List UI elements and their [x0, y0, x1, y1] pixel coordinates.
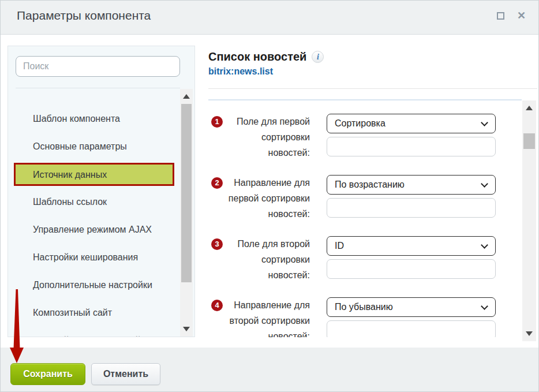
sidebar-item[interactable]: Настройки постраничной — [14, 327, 174, 337]
field-label-cell: 3Поле для второй сортировки новостей: — [208, 236, 310, 278]
sidebar-item[interactable]: Дополнительные настройки — [14, 271, 174, 299]
form-field-row: 3Поле для второй сортировки новостей:ID — [208, 236, 522, 278]
form-field-row: 2Направление для первой сортировки новос… — [208, 175, 522, 217]
field-select[interactable]: ID — [327, 236, 496, 256]
maximize-icon[interactable] — [497, 12, 504, 20]
sidebar-panel: Шаблон компонентаОсновные параметрыИсточ… — [8, 46, 195, 337]
field-label: Направление для первой сортировки новост… — [208, 175, 310, 222]
sidebar-item-active[interactable]: Источник данных — [14, 163, 174, 186]
scroll-up-icon[interactable] — [183, 94, 190, 99]
chevron-down-icon — [481, 303, 488, 310]
scroll-down-icon[interactable] — [183, 327, 190, 331]
field-number-badge: 4 — [211, 300, 223, 311]
parameters-form: 1Поле для первой сортировки новостей:Сор… — [208, 100, 522, 337]
field-number-badge: 2 — [211, 177, 223, 189]
component-title: Список новостей — [208, 50, 306, 64]
field-text-input[interactable] — [327, 198, 496, 218]
component-parameters-dialog: Параметры компонента ✕ Шаблон компонента… — [0, 0, 539, 392]
search-input[interactable] — [16, 56, 180, 77]
field-select[interactable]: По убыванию — [327, 297, 496, 317]
dialog-title: Параметры компонента — [17, 9, 151, 23]
field-controls: По убыванию — [327, 297, 496, 337]
chevron-down-icon — [481, 241, 488, 249]
field-label: Поле для первой сортировки новостей: — [208, 114, 310, 160]
dialog-header: Параметры компонента ✕ — [1, 1, 538, 35]
field-controls: Сортировка — [327, 114, 496, 156]
form-field-row: 4Направление для второй сортировки новос… — [208, 297, 522, 337]
form-field-row: 1Поле для первой сортировки новостей:Сор… — [208, 114, 522, 156]
chevron-down-icon — [481, 180, 488, 188]
sidebar-item[interactable]: Шаблон компонента — [14, 105, 174, 133]
cancel-button[interactable]: Отменить — [91, 363, 160, 385]
field-number-badge: 3 — [211, 238, 223, 250]
sidebar-item[interactable]: Композитный сайт — [14, 299, 174, 327]
scrollbar-thumb[interactable] — [523, 133, 535, 149]
sidebar-item[interactable]: Настройки кеширования — [14, 244, 174, 271]
select-value: По убыванию — [335, 302, 393, 312]
field-number-badge: 1 — [211, 116, 223, 128]
sidebar-item[interactable]: Управление режимом AJAX — [14, 216, 174, 244]
sidebar-scrollbar[interactable] — [180, 89, 193, 337]
field-text-input[interactable] — [327, 259, 496, 279]
select-value: Сортировка — [335, 118, 385, 128]
sidebar-item[interactable]: Шаблоны ссылок — [14, 188, 174, 216]
field-label-cell: 1Поле для первой сортировки новостей: — [208, 114, 310, 156]
field-label-cell: 2Направление для первой сортировки новос… — [208, 175, 310, 217]
chevron-down-icon — [481, 119, 488, 126]
field-controls: По возрастанию — [327, 175, 496, 217]
scroll-down-icon[interactable] — [526, 331, 533, 336]
component-code-link[interactable]: bitrix:news.list — [208, 66, 324, 77]
scrollbar-thumb[interactable] — [181, 104, 192, 282]
save-button[interactable]: Сохранить — [10, 363, 85, 385]
select-value: ID — [335, 241, 344, 251]
scroll-up-icon[interactable] — [526, 106, 533, 110]
select-value: По возрастанию — [335, 180, 405, 189]
field-text-input[interactable] — [327, 320, 496, 337]
sidebar-nav-list: Шаблон компонентаОсновные параметрыИсточ… — [8, 88, 180, 337]
field-controls: ID — [327, 236, 496, 278]
field-select[interactable]: Сортировка — [327, 114, 496, 133]
info-icon[interactable]: i — [312, 51, 324, 63]
field-select[interactable]: По возрастанию — [327, 175, 496, 195]
divider-gray — [208, 88, 537, 89]
field-label: Направление для второй сортировки новост… — [208, 297, 310, 337]
sidebar-item[interactable]: Основные параметры — [14, 133, 174, 160]
close-icon[interactable]: ✕ — [517, 12, 526, 20]
window-controls: ✕ — [497, 12, 526, 20]
field-text-input[interactable] — [327, 137, 496, 156]
field-label-cell: 4Направление для второй сортировки новос… — [208, 297, 310, 337]
dialog-footer: Сохранить Отменить — [1, 348, 538, 391]
field-label: Поле для второй сортировки новостей: — [208, 236, 310, 283]
form-scrollbar[interactable] — [522, 100, 536, 341]
component-header: Список новостейi bitrix:news.list — [208, 50, 324, 77]
